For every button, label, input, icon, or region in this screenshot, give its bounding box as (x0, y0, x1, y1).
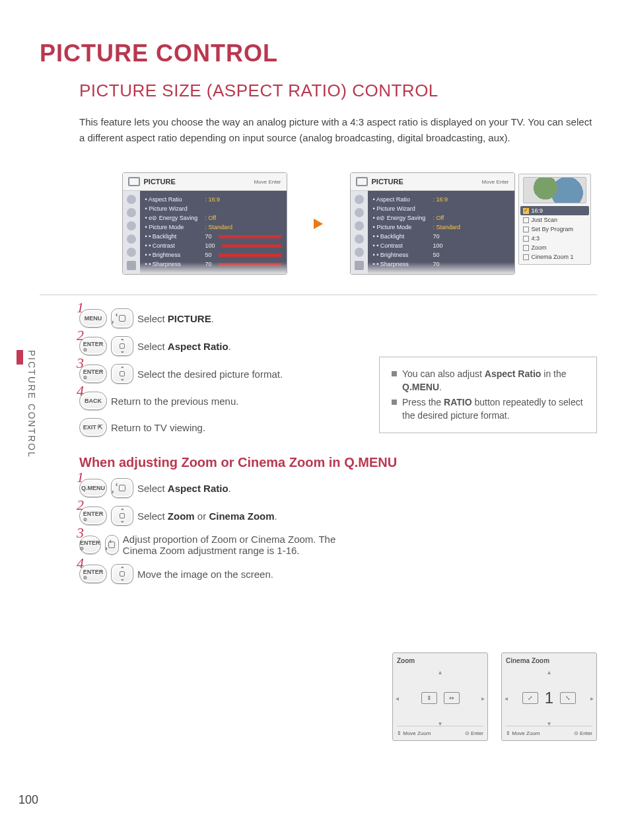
step-text: Select Aspect Ratio. (137, 483, 231, 494)
osd-row: PICTURE Move Enter Aspect Ratio: 16:9Pic… (40, 172, 597, 275)
cz-glyph: ⤡ (560, 692, 576, 704)
page-title: PICTURE CONTROL (40, 40, 597, 67)
step-text: Select the desired picture format. (137, 368, 283, 380)
step-row: 2ENTER⊙Select Zoom or Cinema Zoom. (79, 506, 357, 526)
step-text: Return to the previous menu. (111, 396, 238, 407)
osd-hint: Move Enter (482, 179, 509, 185)
zoom-glyph-vert: ⇕ (421, 692, 437, 704)
step-row: 1Q.MENUSelect Aspect Ratio. (79, 478, 357, 498)
nav-button[interactable] (111, 336, 133, 356)
osd-popup: 16:9Just ScanSet By Program4:3ZoomCinema… (518, 174, 591, 265)
osd-item: Aspect Ratio: 16:9 (145, 195, 281, 204)
step-row: 3ENTER⊙Adjust proportion of Zoom or Cine… (79, 534, 357, 556)
popup-item: Set By Program (523, 225, 586, 234)
step-row: EXIT ⇱Return to TV viewing. (79, 418, 597, 437)
nav-button[interactable] (111, 506, 133, 526)
subtitle: PICTURE SIZE (ASPECT RATIO) CONTROL (79, 81, 597, 101)
step-row: 1MENUSelect PICTURE. (79, 308, 597, 328)
osd-item: e⊘ Energy Saving: Off (145, 213, 281, 223)
osd-panel-right: PICTURE Move Enter Aspect Ratio: 16:9Pic… (350, 172, 515, 275)
page-number: 100 (18, 793, 38, 807)
sub-heading: When adjusting Zoom or Cinema Zoom in Q.… (79, 455, 597, 470)
osd-item: • Backlight70 (145, 232, 281, 241)
zoom-panels: Zoom ▴ ◂ ⇕ ⇔ ▸ ▾ ⇕ Move Zoom⊙ Enter Cine… (392, 652, 597, 741)
osd-item: • Contrast100 (373, 241, 509, 250)
osd-item: Picture Mode: Standard (145, 223, 281, 232)
popup-item: 16:9 (520, 206, 589, 215)
zoom-title: Zoom (397, 657, 483, 664)
step-row: 4ENTER⊙Move the image on the screen. (79, 564, 357, 584)
osd-item: • Backlight70 (373, 232, 509, 241)
osd-panel-left: PICTURE Move Enter Aspect Ratio: 16:9Pic… (122, 172, 287, 275)
step-text: Select PICTURE. (137, 313, 214, 324)
nav-button[interactable] (111, 564, 133, 584)
intro-text: This feature lets you choose the way an … (79, 114, 597, 146)
osd-item: Picture Wizard (373, 204, 509, 213)
step-row: 3ENTER⊙Select the desired picture format… (79, 364, 597, 384)
osd-item: • Brightness50 (373, 250, 509, 260)
popup-item: Zoom (523, 243, 586, 252)
tv-icon (128, 177, 140, 186)
osd-item: Aspect Ratio: 16:9 (373, 195, 509, 204)
cinema-zoom-panel: Cinema Zoom ▴ ◂ ⤢ 1 ⤡ ▸ ▾ ⇕ Move Zoom⊙ E… (501, 652, 597, 741)
osd-icon-rail (123, 191, 140, 274)
step-text: Select Zoom or Cinema Zoom. (137, 510, 277, 522)
osd-menu: Aspect Ratio: 16:9Picture Wizarde⊘ Energ… (368, 191, 514, 274)
osd-item: • Brightness50 (145, 250, 281, 260)
osd-menu: Aspect Ratio: 16:9Picture Wizarde⊘ Energ… (140, 191, 287, 274)
cz-value: 1 (545, 689, 553, 707)
popup-item: 4:3 (523, 234, 586, 243)
nav-button[interactable] (111, 364, 133, 384)
steps-secondary: 1Q.MENUSelect Aspect Ratio.2ENTER⊙Select… (79, 478, 357, 584)
osd-title: PICTURE (372, 178, 403, 186)
step-text: Move the image on the screen. (137, 569, 273, 580)
step-text: Return to TV viewing. (111, 422, 205, 433)
step-row: 2ENTER⊙Select Aspect Ratio. (79, 336, 597, 356)
osd-item: e⊘ Energy Saving: Off (373, 213, 509, 223)
step-text: Select Aspect Ratio. (137, 341, 231, 352)
cinema-zoom-title: Cinema Zoom (506, 657, 592, 664)
step-row: 4BACKReturn to the previous menu. (79, 392, 597, 410)
cz-glyph: ⤢ (522, 692, 538, 704)
osd-item: • Contrast100 (145, 241, 281, 250)
popup-item: Cinema Zoom 1 (523, 252, 586, 262)
remote-button[interactable]: EXIT ⇱ (79, 418, 107, 437)
osd-hint: Move Enter (254, 179, 281, 185)
tv-icon (356, 177, 368, 186)
popup-thumb (523, 177, 586, 203)
popup-item: Just Scan (523, 215, 586, 225)
osd-title: PICTURE (144, 178, 176, 186)
osd-item: • Sharpness70 (145, 260, 281, 269)
arrow-right-icon (314, 219, 323, 229)
nav-button[interactable] (111, 478, 133, 498)
nav-button[interactable] (105, 535, 119, 555)
osd-item: • Sharpness70 (373, 260, 509, 269)
osd-item: Picture Mode: Standard (373, 223, 509, 232)
osd-item: Picture Wizard (145, 204, 281, 213)
zoom-glyph-horz: ⇔ (444, 692, 460, 704)
side-label: PICTURE CONTROL (26, 350, 37, 458)
nav-button[interactable] (111, 308, 133, 328)
step-text: Adjust proportion of Zoom or Cinema Zoom… (123, 534, 357, 556)
osd-icon-rail (351, 191, 368, 274)
zoom-panel: Zoom ▴ ◂ ⇕ ⇔ ▸ ▾ ⇕ Move Zoom⊙ Enter (392, 652, 488, 741)
